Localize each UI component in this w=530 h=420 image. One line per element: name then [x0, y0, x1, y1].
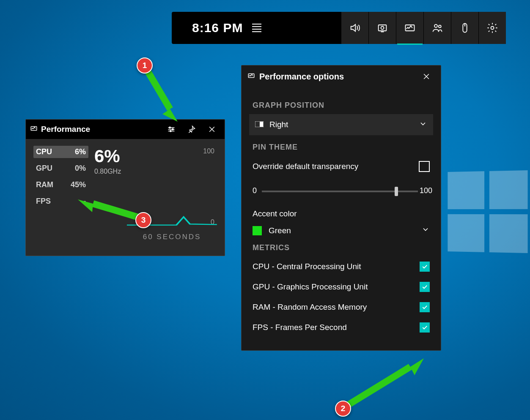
annotation-badge-2: 2 — [335, 401, 351, 417]
graph-position-value: Right — [269, 120, 288, 129]
svg-point-5 — [439, 25, 441, 28]
svg-point-11 — [170, 131, 171, 132]
audio-button[interactable] — [341, 12, 368, 44]
options-icon[interactable] — [163, 121, 180, 138]
y-max: 100 — [203, 147, 214, 155]
metric-checkbox[interactable] — [420, 302, 430, 312]
metric-checkbox[interactable] — [420, 262, 430, 272]
override-checkbox[interactable] — [419, 161, 430, 172]
svg-marker-20 — [410, 358, 424, 375]
metric-option-3[interactable]: FPS - Frames Per Second — [253, 317, 430, 338]
metric-list: CPU6% GPU0% RAM45% FPS-- — [33, 146, 88, 245]
svg-rect-1 — [379, 25, 387, 31]
metric-option-1[interactable]: GPU - Graphics Processing Unit — [253, 277, 430, 297]
performance-header: Performance — [26, 120, 225, 139]
usage-graph: 100 0 60 SECONDS — [127, 146, 217, 245]
svg-point-9 — [169, 127, 170, 128]
clock: 8:16 PM — [192, 21, 243, 35]
performance-button[interactable] — [396, 12, 423, 44]
game-bar: 8:16 PM — [172, 12, 506, 44]
svg-line-19 — [347, 367, 410, 406]
accent-swatch — [253, 226, 262, 235]
slider-max: 100 — [420, 186, 432, 195]
chevron-down-icon — [419, 120, 427, 130]
svg-point-4 — [434, 25, 437, 27]
svg-rect-14 — [260, 122, 263, 127]
big-sub: 0.80GHz — [94, 168, 121, 175]
override-transparency-row[interactable]: Override default transparency — [253, 156, 430, 177]
windows-logo — [448, 170, 527, 253]
accent-value: Green — [269, 226, 291, 235]
x-label: 60 SECONDS — [127, 233, 217, 241]
performance-title: Performance — [41, 125, 90, 134]
position-icon — [255, 120, 264, 129]
metric-option-label: RAM - Random Access Memory — [253, 303, 367, 312]
options-title: Performance options — [259, 72, 344, 82]
metric-option-label: CPU - Central Processing Unit — [253, 262, 361, 271]
metric-checkbox[interactable] — [420, 282, 430, 292]
annotation-badge-1: 1 — [137, 57, 153, 74]
metric-gpu[interactable]: GPU0% — [33, 162, 88, 175]
graph-position-label: GRAPH POSITION — [253, 101, 430, 110]
metric-option-label: FPS - Frames Per Second — [253, 323, 347, 332]
metric-option-0[interactable]: CPU - Central Processing Unit — [253, 256, 430, 277]
metrics-label: METRICS — [253, 243, 430, 252]
mouse-button[interactable] — [451, 12, 478, 44]
pin-icon[interactable] — [183, 121, 200, 138]
close-icon[interactable] — [203, 121, 220, 138]
metric-checkbox[interactable] — [420, 322, 430, 333]
performance-widget: Performance CPU6% GPU0% RAM45% FPS-- 6% … — [25, 119, 225, 256]
performance-icon — [30, 125, 38, 134]
metric-option-2[interactable]: RAM - Random Access Memory — [253, 297, 430, 317]
pin-theme-label: PIN THEME — [253, 143, 430, 152]
metric-detail: 6% 0.80GHz — [94, 146, 121, 245]
performance-icon — [247, 72, 255, 82]
annotation-badge-3: 3 — [135, 212, 151, 228]
transparency-slider[interactable]: 0 100 — [253, 183, 430, 200]
metric-fps[interactable]: FPS-- — [33, 195, 88, 207]
slider-min: 0 — [253, 186, 257, 195]
accent-label: Accent color — [253, 209, 430, 218]
chevron-down-icon — [421, 225, 430, 236]
svg-line-15 — [148, 72, 170, 109]
capture-button[interactable] — [368, 12, 396, 44]
graph-position-select[interactable]: Right — [249, 114, 433, 135]
social-button[interactable] — [423, 12, 451, 44]
metric-option-label: GPU - Graphics Processing Unit — [253, 282, 368, 292]
settings-button[interactable] — [478, 12, 506, 44]
performance-options-panel: Performance options GRAPH POSITION Right… — [241, 65, 441, 351]
svg-point-7 — [491, 27, 494, 30]
override-label: Override default transparency — [253, 162, 358, 171]
close-icon[interactable] — [418, 68, 435, 85]
metric-ram[interactable]: RAM45% — [33, 179, 88, 191]
big-percent: 6% — [94, 147, 121, 165]
metric-cpu[interactable]: CPU6% — [33, 146, 88, 158]
svg-rect-3 — [406, 25, 415, 31]
accent-select[interactable]: Green — [253, 225, 430, 236]
menu-icon[interactable] — [252, 24, 261, 32]
svg-point-2 — [381, 27, 384, 30]
svg-point-10 — [172, 128, 173, 130]
